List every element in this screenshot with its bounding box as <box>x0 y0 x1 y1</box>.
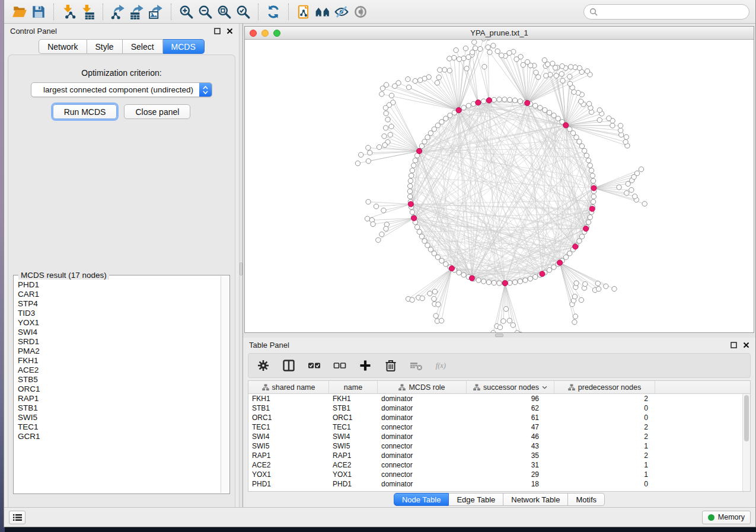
new-network-from-selection-icon[interactable] <box>294 2 313 21</box>
graph-hub-node[interactable] <box>408 201 413 207</box>
mcds-result-item[interactable]: TID3 <box>18 309 221 318</box>
graph-hub-node[interactable] <box>502 280 508 286</box>
float-table-panel-icon[interactable] <box>731 342 737 348</box>
tab-edge-table[interactable]: Edge Table <box>449 493 503 506</box>
graph-node[interactable] <box>435 255 440 259</box>
graph-leaf-node[interactable] <box>472 40 477 44</box>
table-cell[interactable]: 18 <box>467 480 554 488</box>
graph-leaf-node[interactable] <box>607 116 611 121</box>
import-table-icon[interactable] <box>78 2 97 21</box>
table-cell[interactable]: TEC1 <box>329 423 378 431</box>
close-panel-icon[interactable] <box>227 28 233 34</box>
graph-leaf-node[interactable] <box>586 101 591 106</box>
graph-leaf-node[interactable] <box>618 128 623 133</box>
graph-node[interactable] <box>419 234 424 239</box>
horizontal-splitter[interactable] <box>243 333 755 338</box>
show-columns-icon[interactable] <box>281 358 296 373</box>
graph-node[interactable] <box>407 194 412 199</box>
add-column-icon[interactable] <box>358 358 373 373</box>
table-cell[interactable]: dominator <box>378 451 467 460</box>
graph-leaf-node[interactable] <box>642 201 647 206</box>
table-cell[interactable]: YOX1 <box>248 470 329 479</box>
graph-node[interactable] <box>486 280 491 284</box>
graph-leaf-node[interactable] <box>413 78 417 83</box>
graph-leaf-node[interactable] <box>486 45 490 50</box>
mcds-result-item[interactable]: SRD1 <box>18 337 221 347</box>
graph-leaf-node[interactable] <box>442 68 447 72</box>
graph-leaf-node[interactable] <box>428 291 432 296</box>
graph-leaf-node[interactable] <box>487 50 492 55</box>
graph-leaf-node[interactable] <box>583 281 588 286</box>
graph-leaf-node[interactable] <box>454 48 458 53</box>
graph-hub-node[interactable] <box>589 206 595 211</box>
close-panel-button[interactable]: Close panel <box>124 104 190 119</box>
mcds-result-item[interactable]: CAR1 <box>18 290 221 299</box>
graph-leaf-node[interactable] <box>383 126 388 130</box>
graph-leaf-node[interactable] <box>481 40 486 41</box>
graph-leaf-node[interactable] <box>624 134 629 139</box>
graph-leaf-node[interactable] <box>385 117 390 122</box>
tab-node-table[interactable]: Node Table <box>394 493 449 506</box>
graph-node[interactable] <box>589 168 594 173</box>
graph-leaf-node[interactable] <box>634 171 639 175</box>
graph-leaf-node[interactable] <box>572 294 577 299</box>
graph-leaf-node[interactable] <box>624 191 629 196</box>
graph-leaf-node[interactable] <box>365 216 369 221</box>
graph-leaf-node[interactable] <box>511 323 515 328</box>
graph-leaf-node[interactable] <box>376 238 381 242</box>
graph-node[interactable] <box>432 251 436 256</box>
graph-node[interactable] <box>577 239 582 243</box>
graph-node[interactable] <box>481 279 486 284</box>
graph-node[interactable] <box>586 158 591 163</box>
search-input[interactable] <box>601 7 744 16</box>
select-all-checkboxes-icon[interactable] <box>307 358 322 373</box>
graph-leaf-node[interactable] <box>366 200 371 204</box>
table-cell[interactable]: 2 <box>554 395 655 403</box>
column-header-name[interactable]: name <box>329 381 378 393</box>
graph-node[interactable] <box>551 113 556 118</box>
graph-node[interactable] <box>577 139 582 144</box>
graph-leaf-node[interactable] <box>451 55 456 60</box>
graph-leaf-node[interactable] <box>384 111 388 116</box>
graph-node[interactable] <box>586 220 591 225</box>
graph-node[interactable] <box>409 173 413 178</box>
graph-leaf-node[interactable] <box>612 286 617 291</box>
graph-node[interactable] <box>582 148 586 153</box>
graph-node[interactable] <box>425 135 430 140</box>
graph-leaf-node[interactable] <box>447 68 452 73</box>
graph-leaf-node[interactable] <box>435 81 439 85</box>
graph-leaf-node[interactable] <box>495 49 500 53</box>
graph-node[interactable] <box>533 274 538 279</box>
horizontal-splitter-handle[interactable] <box>495 334 503 337</box>
graph-leaf-node[interactable] <box>473 46 478 50</box>
vertical-splitter[interactable] <box>239 24 243 507</box>
graph-leaf-node[interactable] <box>393 84 397 88</box>
graph-leaf-node[interactable] <box>438 68 442 72</box>
graph-leaf-node[interactable] <box>507 318 512 323</box>
graph-leaf-node[interactable] <box>377 145 381 149</box>
graph-node[interactable] <box>574 135 579 140</box>
zoom-out-icon[interactable] <box>196 2 215 21</box>
graph-leaf-node[interactable] <box>466 55 471 59</box>
graph-leaf-node[interactable] <box>497 325 502 329</box>
graph-leaf-node[interactable] <box>366 145 371 150</box>
export-table-icon[interactable] <box>127 2 146 21</box>
graph-node[interactable] <box>591 199 595 204</box>
table-row[interactable]: YOX1YOX1connector291 <box>248 470 750 479</box>
graph-node[interactable] <box>512 280 517 284</box>
graph-leaf-node[interactable] <box>579 297 583 302</box>
graph-leaf-node[interactable] <box>447 56 452 61</box>
graph-leaf-node[interactable] <box>355 161 360 166</box>
graph-leaf-node[interactable] <box>544 73 548 78</box>
mcds-list-scrollbar[interactable] <box>221 276 229 493</box>
graph-node[interactable] <box>591 194 596 199</box>
graph-leaf-node[interactable] <box>567 74 572 79</box>
mcds-result-item[interactable]: YOX1 <box>18 318 221 328</box>
graph-leaf-node[interactable] <box>574 281 579 286</box>
graph-node[interactable] <box>422 139 427 144</box>
delete-column-trash-icon[interactable] <box>383 358 398 373</box>
table-cell[interactable]: 0 <box>554 404 655 412</box>
save-icon[interactable] <box>29 2 48 21</box>
network-canvas[interactable] <box>245 40 754 332</box>
table-cell[interactable]: 1 <box>554 442 655 450</box>
